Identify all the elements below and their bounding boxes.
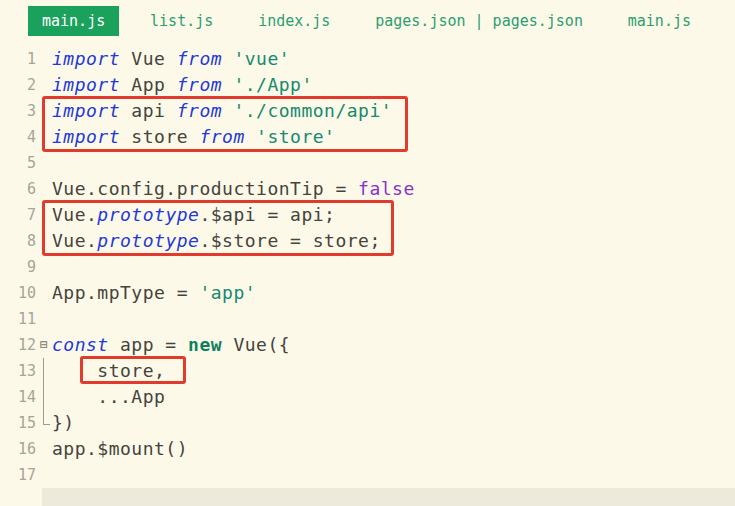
code-text: Vue.config.productionTip = false [52, 176, 415, 202]
string-token: './App' [222, 74, 313, 95]
code-line-15[interactable]: 15}) [6, 410, 735, 436]
keyword-token: import [52, 48, 120, 69]
code-line-12[interactable]: 12⊟const app = new Vue({ [6, 332, 735, 358]
plain-token: .$store = store; [199, 230, 380, 251]
keyword-token: const [52, 334, 109, 355]
line-number: 14 [6, 384, 36, 410]
tab-4-pages-json-pages-json[interactable]: pages.json | pages.json [361, 6, 597, 36]
line-number: 7 [6, 202, 36, 228]
code-line-10[interactable]: 10App.mpType = 'app' [6, 280, 735, 306]
code-line-1[interactable]: 1import Vue from 'vue' [6, 46, 735, 72]
plain-token: Vue({ [222, 334, 290, 355]
code-line-9[interactable]: 9 [6, 254, 735, 280]
plain-token: Vue. [52, 204, 97, 225]
line-number: 9 [6, 254, 36, 280]
line-number: 11 [6, 306, 36, 332]
plain-token: Vue [120, 48, 177, 69]
keyword-token: from [177, 48, 222, 69]
line-number: 2 [6, 72, 36, 98]
fold-gutter [36, 176, 52, 202]
tab-5-main-js[interactable]: main.js [614, 6, 705, 36]
plain-token: ...App [52, 386, 165, 407]
string-token: 'vue' [222, 48, 290, 69]
code-text: import Vue from 'vue' [52, 46, 290, 72]
plain-token: Vue. [52, 230, 97, 251]
code-line-13[interactable]: 13 store, [6, 358, 735, 384]
fold-gutter [36, 228, 52, 254]
tab-bar: main.jslist.jsindex.jspages.json | pages… [0, 0, 735, 38]
fold-gutter [36, 72, 52, 98]
line-number: 17 [6, 462, 36, 488]
fold-gutter [36, 46, 52, 72]
code-line-11[interactable]: 11 [6, 306, 735, 332]
plain-token: app.$mount() [52, 438, 188, 459]
line-number: 15 [6, 410, 36, 436]
code-line-8[interactable]: 8Vue.prototype.$store = store; [6, 228, 735, 254]
code-editor-window: main.jslist.jsindex.jspages.json | pages… [0, 0, 735, 506]
fold-gutter [36, 280, 52, 306]
code-text: import store from 'store' [52, 124, 335, 150]
code-text: app.$mount() [52, 436, 188, 462]
line-number: 10 [6, 280, 36, 306]
keyword-token: prototype [97, 204, 199, 225]
code-line-7[interactable]: 7Vue.prototype.$api = api; [6, 202, 735, 228]
fold-gutter [36, 306, 52, 332]
fold-gutter [36, 436, 52, 462]
string-token: 'app' [199, 282, 256, 303]
keyword-token: import [52, 100, 120, 121]
code-text: Vue.prototype.$store = store; [52, 228, 381, 254]
tab-3-index-js[interactable]: index.js [244, 6, 344, 36]
fold-start-indicator[interactable]: ⊟ [36, 332, 52, 358]
plain-token: store [120, 126, 199, 147]
keyword-token: from [177, 100, 222, 121]
horizontal-scrollbar-track[interactable] [42, 488, 735, 506]
code-text: ...App [52, 384, 165, 410]
string-token: './common/api' [222, 100, 392, 121]
line-number: 5 [6, 150, 36, 176]
plain-token: api [120, 100, 177, 121]
code-line-6[interactable]: 6Vue.config.productionTip = false [6, 176, 735, 202]
code-line-16[interactable]: 16app.$mount() [6, 436, 735, 462]
code-text: }) [52, 410, 75, 436]
fold-mid-indicator [36, 384, 52, 410]
line-number: 4 [6, 124, 36, 150]
keyword-token: from [177, 74, 222, 95]
fold-gutter [36, 462, 52, 488]
line-number: 16 [6, 436, 36, 462]
code-text: import api from './common/api' [52, 98, 392, 124]
string-token: 'store' [245, 126, 336, 147]
code-text: import App from './App' [52, 72, 313, 98]
fold-mid-indicator [36, 358, 52, 384]
code-text: App.mpType = 'app' [52, 280, 256, 306]
line-number: 8 [6, 228, 36, 254]
line-number: 3 [6, 98, 36, 124]
fold-gutter [36, 124, 52, 150]
code-text: const app = new Vue({ [52, 332, 290, 358]
fold-gutter [36, 254, 52, 280]
plain-token: Vue.config.productionTip = [52, 178, 358, 199]
fold-gutter [36, 98, 52, 124]
plain-token: store, [52, 360, 165, 381]
line-number: 6 [6, 176, 36, 202]
code-line-4[interactable]: 4import store from 'store' [6, 124, 735, 150]
keyword-token: import [52, 74, 120, 95]
plain-token: App.mpType = [52, 282, 199, 303]
line-number: 1 [6, 46, 36, 72]
code-text: Vue.prototype.$api = api; [52, 202, 335, 228]
line-number: 12 [6, 332, 36, 358]
code-line-14[interactable]: 14 ...App [6, 384, 735, 410]
keyword-token: prototype [97, 230, 199, 251]
keyword-token: import [52, 126, 120, 147]
tab-2-list-js[interactable]: list.js [136, 6, 227, 36]
line-number: 13 [6, 358, 36, 384]
fold-gutter [36, 202, 52, 228]
code-line-3[interactable]: 3import api from './common/api' [6, 98, 735, 124]
code-editor[interactable]: 1import Vue from 'vue'2import App from '… [0, 38, 735, 488]
tab-1-main-js[interactable]: main.js [28, 6, 119, 36]
fold-gutter [36, 150, 52, 176]
keyword-token: from [199, 126, 244, 147]
code-line-5[interactable]: 5 [6, 150, 735, 176]
plain-token: .$api = api; [199, 204, 335, 225]
code-line-17[interactable]: 17 [6, 462, 735, 488]
code-line-2[interactable]: 2import App from './App' [6, 72, 735, 98]
